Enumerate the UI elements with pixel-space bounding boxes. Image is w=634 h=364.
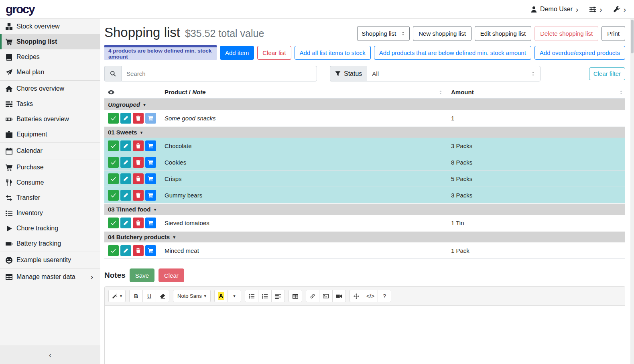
sidebar-item-consume[interactable]: Consume: [0, 175, 100, 190]
style-button[interactable]: ▾: [108, 290, 126, 302]
row-actions: [104, 157, 165, 168]
add-item-button[interactable]: Add item: [220, 46, 254, 60]
row-to-stock-button[interactable]: [145, 245, 156, 256]
clear-format-button[interactable]: [156, 290, 169, 302]
sidebar-item-tasks[interactable]: Tasks: [0, 96, 100, 112]
row-edit-button[interactable]: [120, 157, 131, 168]
ordered-list-button[interactable]: [258, 290, 272, 302]
sidebar-item-manage-master-data[interactable]: Manage master data›: [0, 269, 100, 285]
scrollbar[interactable]: [630, 19, 634, 364]
delete-shopping-list-button[interactable]: Delete shopping list: [534, 26, 598, 41]
add-below-min-button[interactable]: Add products that are below defined min.…: [374, 46, 531, 60]
row-to-stock-button[interactable]: [145, 113, 156, 124]
row-done-button[interactable]: [108, 245, 119, 256]
row-edit-button[interactable]: [120, 190, 131, 201]
book-icon: [6, 54, 12, 61]
sidebar-item-inventory[interactable]: Inventory: [0, 205, 100, 221]
sidebar-item-transfer[interactable]: Transfer: [0, 190, 100, 205]
sidebar-item-batteries-overview[interactable]: Batteries overview: [0, 112, 100, 127]
product-note-header[interactable]: Product / Note: [165, 89, 206, 96]
text-color-caret-button[interactable]: ▾: [228, 290, 241, 302]
paragraph-button[interactable]: [271, 290, 285, 302]
row-delete-button[interactable]: [133, 113, 144, 124]
row-done-button[interactable]: [108, 218, 119, 228]
sidebar-item-shopping-list[interactable]: Shopping list: [0, 34, 100, 49]
sidebar-item-recipes[interactable]: Recipes: [0, 49, 100, 65]
row-done-button[interactable]: [108, 190, 119, 201]
help-button[interactable]: ?: [378, 290, 391, 302]
row-to-stock-button[interactable]: [145, 157, 156, 168]
arrows-icon: [354, 293, 359, 299]
settings-menu[interactable]: ›: [589, 6, 602, 13]
sidebar-item-equipment[interactable]: Equipment: [0, 127, 100, 142]
picture-button[interactable]: [319, 290, 333, 302]
scrollbar-thumb[interactable]: [631, 20, 634, 53]
sort-icon[interactable]: [619, 90, 624, 95]
sidebar-item-example-userentity[interactable]: Example userentity: [0, 252, 100, 268]
sidebar-collapse-button[interactable]: ‹: [0, 346, 100, 364]
group-row-ungrouped[interactable]: Ungrouped▾: [104, 99, 625, 110]
sidebar-item-stock-overview[interactable]: Stock overview: [0, 19, 100, 34]
edit-shopping-list-button[interactable]: Edit shopping list: [475, 26, 531, 41]
text-color-button[interactable]: A: [214, 290, 228, 302]
row-delete-button[interactable]: [133, 245, 144, 256]
row-done-button[interactable]: [108, 173, 119, 184]
notes-clear-button[interactable]: Clear: [158, 268, 184, 282]
row-delete-button[interactable]: [133, 190, 144, 201]
row-to-stock-button[interactable]: [145, 140, 156, 151]
group-row-03-tinned-food[interactable]: 03 Tinned food▾: [104, 204, 625, 215]
row-to-stock-button[interactable]: [145, 173, 156, 184]
sidebar-item-purchase[interactable]: Purchase: [0, 160, 100, 175]
row-edit-button[interactable]: [120, 140, 131, 151]
row-edit-button[interactable]: [120, 218, 131, 228]
sidebar-item-meal-plan[interactable]: Meal plan: [0, 65, 100, 80]
fullscreen-button[interactable]: [350, 290, 363, 302]
underline-button[interactable]: U: [142, 290, 156, 302]
logo[interactable]: grocy: [6, 3, 35, 15]
add-all-to-stock-button[interactable]: Add all list items to stock: [295, 46, 371, 60]
shopping-list-select[interactable]: Shopping list: [357, 26, 410, 41]
row-edit-button[interactable]: [120, 245, 131, 256]
user-menu[interactable]: Demo User ›: [530, 6, 578, 13]
row-edit-button[interactable]: [120, 113, 131, 124]
row-done-button[interactable]: [108, 140, 119, 151]
amount-header[interactable]: Amount: [451, 89, 474, 96]
codeview-button[interactable]: </>: [363, 290, 378, 302]
bold-button[interactable]: B: [129, 290, 143, 302]
sidebar-item-calendar[interactable]: Calendar: [0, 143, 100, 159]
search-input[interactable]: [121, 66, 317, 81]
sidebar-item-battery-tracking[interactable]: Battery tracking: [0, 236, 100, 251]
video-button[interactable]: [332, 290, 346, 302]
group-row-04-butchery-products[interactable]: 04 Butchery products▾: [104, 232, 625, 242]
check-icon: [111, 176, 116, 181]
row-delete-button[interactable]: [133, 157, 144, 168]
sidebar-item-chores-overview[interactable]: Chores overview: [0, 81, 100, 96]
status-select[interactable]: All: [367, 66, 541, 81]
row-to-stock-button[interactable]: [145, 190, 156, 201]
clear-filter-button[interactable]: Clear filter: [589, 67, 625, 80]
sidebar-item-chore-tracking[interactable]: Chore tracking: [0, 221, 100, 236]
table-button[interactable]: [289, 290, 302, 302]
print-button[interactable]: Print: [601, 26, 625, 41]
row-delete-button[interactable]: [133, 218, 144, 228]
sort-icon[interactable]: [438, 90, 443, 95]
row-done-button[interactable]: [108, 157, 119, 168]
link-button[interactable]: [306, 290, 319, 302]
note-header-label: Note: [192, 89, 205, 96]
row-to-stock-button[interactable]: [145, 218, 156, 228]
admin-menu[interactable]: ›: [614, 6, 626, 13]
new-shopping-list-button[interactable]: New shopping list: [413, 26, 471, 41]
row-edit-button[interactable]: [120, 173, 131, 184]
eye-icon[interactable]: [108, 89, 114, 96]
clear-list-button[interactable]: Clear list: [257, 46, 291, 60]
row-done-button[interactable]: [108, 113, 119, 124]
notes-save-button[interactable]: Save: [130, 268, 154, 282]
status-filter-label: Status: [330, 66, 367, 81]
font-name-button[interactable]: Noto Sans▾: [173, 290, 211, 302]
row-delete-button[interactable]: [133, 140, 144, 151]
editor-content-area[interactable]: [105, 306, 625, 364]
group-row-01-sweets[interactable]: 01 Sweets▾: [104, 127, 625, 138]
unordered-list-button[interactable]: [245, 290, 258, 302]
row-delete-button[interactable]: [133, 173, 144, 184]
add-overdue-button[interactable]: Add overdue/expired products: [534, 46, 625, 60]
